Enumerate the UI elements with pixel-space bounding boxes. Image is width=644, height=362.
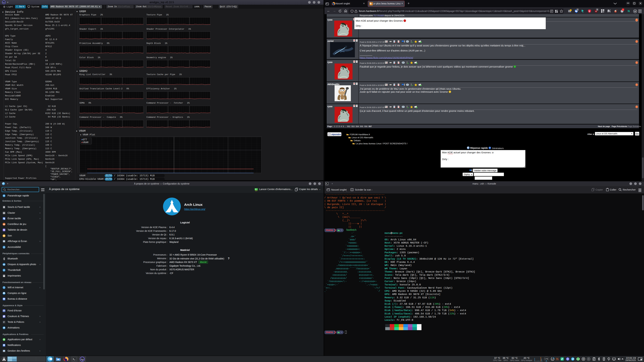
svg-text:?: ? xyxy=(386,41,388,43)
svg-text:START: START xyxy=(576,359,580,360)
svg-text:?: ? xyxy=(386,84,388,86)
svg-text:N: N xyxy=(628,9,630,13)
svg-text:W: W xyxy=(634,10,636,12)
svg-text:?: ? xyxy=(386,106,388,108)
svg-text:W: W xyxy=(582,358,584,360)
svg-text:?: ? xyxy=(386,62,388,64)
svg-text:F: F xyxy=(4,321,5,323)
